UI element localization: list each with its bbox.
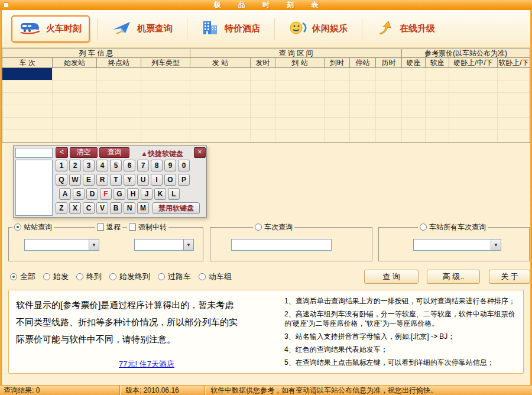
table-cell[interactable] xyxy=(498,130,530,142)
table-cell[interactable] xyxy=(402,68,426,80)
column-header[interactable]: 发 站 xyxy=(190,58,251,68)
toolbar-train-times-button[interactable]: 火车时刻 xyxy=(11,15,90,43)
key-button[interactable]: 7 xyxy=(137,160,149,171)
toolbar-hotel-deals-button[interactable]: 特价酒店 xyxy=(194,17,267,41)
table-cell[interactable] xyxy=(402,118,426,129)
table-cell[interactable] xyxy=(97,130,141,142)
column-header[interactable]: 始发站 xyxy=(53,58,97,68)
station-all-trains-radio[interactable]: 车站所有车次查询 xyxy=(418,223,488,231)
table-cell[interactable] xyxy=(190,93,251,105)
table-cell[interactable] xyxy=(141,118,190,129)
column-header[interactable]: 硬卧上/中/下 xyxy=(449,58,498,68)
table-cell[interactable] xyxy=(53,130,97,142)
advanced-button[interactable]: 高 级.. xyxy=(427,270,480,284)
table-cell[interactable] xyxy=(275,93,325,105)
train-number-query-radio[interactable]: 车次查询 xyxy=(253,223,294,231)
key-button[interactable]: X xyxy=(69,202,81,214)
table-cell[interactable] xyxy=(402,105,426,117)
table-cell[interactable] xyxy=(190,118,251,129)
key-button[interactable]: J xyxy=(141,188,153,200)
table-cell[interactable] xyxy=(498,93,530,105)
table-cell[interactable] xyxy=(275,130,325,142)
key-button[interactable]: O xyxy=(164,174,176,186)
table-cell[interactable] xyxy=(190,68,251,80)
key-button[interactable]: 3 xyxy=(83,160,95,171)
table-cell[interactable] xyxy=(376,105,402,117)
table-cell[interactable] xyxy=(350,105,376,117)
filter-originating[interactable]: 始发 xyxy=(43,271,69,282)
table-cell[interactable] xyxy=(426,93,449,105)
query-button[interactable]: 查 询 xyxy=(364,270,419,284)
column-header[interactable]: 软卧上/下 xyxy=(498,58,530,68)
table-cell[interactable] xyxy=(350,68,376,80)
key-button[interactable]: L xyxy=(168,188,180,200)
toolbar-entertainment-button[interactable]: 休闲娱乐 xyxy=(282,17,355,41)
key-button[interactable]: H xyxy=(127,188,139,200)
table-cell[interactable] xyxy=(2,68,53,80)
filter-terminating[interactable]: 终到 xyxy=(76,271,102,282)
table-cell[interactable] xyxy=(376,118,402,129)
table-cell[interactable] xyxy=(426,118,449,129)
key-button[interactable]: R xyxy=(96,174,108,186)
key-button[interactable]: T xyxy=(110,174,122,186)
table-cell[interactable] xyxy=(449,105,498,117)
table-cell[interactable] xyxy=(251,93,275,105)
title-bar[interactable]: 极 品 时 刻 表 xyxy=(0,0,532,10)
keyboard-query-button[interactable]: 查询 xyxy=(99,147,129,158)
table-cell[interactable] xyxy=(275,118,325,129)
station-suggestion-list[interactable] xyxy=(15,160,53,216)
key-button[interactable]: 1 xyxy=(56,160,67,171)
table-cell[interactable] xyxy=(426,68,449,80)
table-cell[interactable] xyxy=(2,80,53,92)
station-query-radio[interactable]: 站站查询 xyxy=(12,223,54,231)
column-header[interactable]: 发时 xyxy=(251,58,275,68)
key-button[interactable]: N xyxy=(124,202,135,214)
table-cell[interactable] xyxy=(498,105,530,117)
table-cell[interactable] xyxy=(402,93,426,105)
table-cell[interactable] xyxy=(275,68,325,80)
table-cell[interactable] xyxy=(325,105,350,117)
chevron-down-icon[interactable]: ▼ xyxy=(183,239,193,250)
key-button[interactable]: 6 xyxy=(124,160,135,171)
table-cell[interactable] xyxy=(2,93,53,105)
table-cell[interactable] xyxy=(190,80,251,92)
table-cell[interactable] xyxy=(251,118,275,129)
table-cell[interactable] xyxy=(449,93,498,105)
key-button[interactable]: S xyxy=(73,188,85,200)
table-cell[interactable] xyxy=(350,130,376,142)
table-cell[interactable] xyxy=(275,105,325,117)
table-cell[interactable] xyxy=(141,80,190,92)
table-cell[interactable] xyxy=(97,80,141,92)
key-button[interactable]: F xyxy=(100,188,112,200)
table-cell[interactable] xyxy=(350,80,376,92)
table-cell[interactable] xyxy=(251,130,275,142)
column-header[interactable]: 终点站 xyxy=(97,58,141,68)
filter-origin-terminus[interactable]: 始发终到 xyxy=(109,271,150,282)
chevron-down-icon[interactable]: ▼ xyxy=(491,239,501,250)
table-cell[interactable] xyxy=(141,105,190,117)
column-header[interactable]: 软座 xyxy=(426,58,449,68)
key-button[interactable]: 8 xyxy=(151,160,163,171)
table-cell[interactable] xyxy=(97,93,141,105)
table-cell[interactable] xyxy=(141,130,190,142)
table-cell[interactable] xyxy=(325,68,350,80)
filter-emu[interactable]: 动车组 xyxy=(199,271,232,282)
column-header[interactable]: 历时 xyxy=(376,58,402,68)
chevron-down-icon[interactable]: ▼ xyxy=(89,239,99,250)
table-cell[interactable] xyxy=(325,118,350,129)
table-cell[interactable] xyxy=(141,68,190,80)
return-trip-checkbox[interactable]: 返程 xyxy=(95,223,122,231)
key-button[interactable]: 5 xyxy=(110,160,122,171)
column-header[interactable]: 车 次 xyxy=(2,58,53,68)
key-button[interactable]: Y xyxy=(124,174,135,186)
table-cell[interactable] xyxy=(426,105,449,117)
about-button[interactable]: 关 于 xyxy=(489,270,530,284)
table-cell[interactable] xyxy=(2,118,53,129)
table-cell[interactable] xyxy=(97,105,141,117)
key-button[interactable]: B xyxy=(110,202,122,214)
disable-keyboard-button[interactable]: 禁用软键盘 xyxy=(153,202,200,214)
key-button[interactable]: 9 xyxy=(164,160,176,171)
key-button[interactable]: E xyxy=(83,174,95,186)
toolbar-online-upgrade-button[interactable]: 在线升级 xyxy=(369,17,442,41)
depart-station-combo[interactable]: ▼ xyxy=(24,239,99,251)
